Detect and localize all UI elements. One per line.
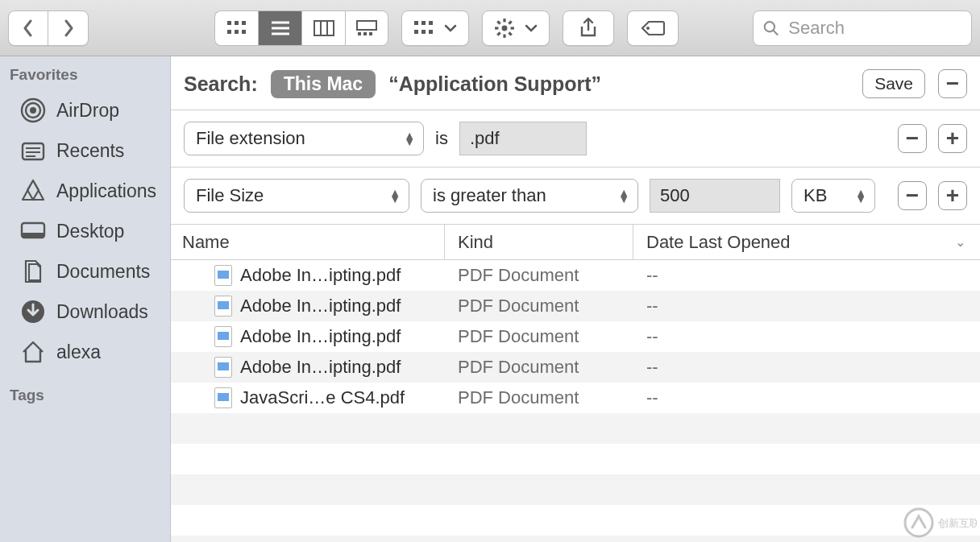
main-content: Search: This Mac “Application Support” S… (171, 56, 980, 542)
svg-rect-42 (22, 233, 44, 238)
view-columns[interactable] (301, 10, 345, 46)
view-gallery[interactable] (345, 10, 388, 46)
sidebar-item-label: Recents (56, 140, 124, 162)
empty-row (171, 413, 980, 444)
chevron-down-icon (525, 24, 538, 32)
svg-point-34 (30, 107, 36, 114)
back-button[interactable] (9, 11, 48, 45)
svg-rect-9 (314, 21, 334, 35)
column-header-name[interactable]: Name (171, 225, 445, 259)
file-date: -- (633, 326, 980, 347)
action-dropdown[interactable] (482, 10, 550, 46)
criteria-attribute-select[interactable]: File extension ▲▼ (184, 122, 424, 155)
table-row[interactable]: Adobe In…ipting.pdfPDF Document-- (171, 352, 980, 383)
criteria-row-2: File Size ▲▼ is greater than ▲▼ 500 KB ▲… (171, 168, 980, 225)
list-view-icon (270, 20, 291, 36)
search-label: Search: (184, 72, 258, 96)
criteria-operator-text: is (435, 128, 448, 149)
remove-criteria-button[interactable]: − (898, 181, 927, 210)
combo-value: File Size (196, 185, 264, 206)
svg-rect-20 (421, 30, 426, 34)
file-date: -- (633, 296, 980, 317)
search-input[interactable] (787, 17, 961, 39)
sidebar-item-downloads[interactable]: Downloads (0, 292, 170, 332)
svg-line-28 (509, 32, 511, 35)
documents-icon (19, 258, 47, 285)
column-header-date[interactable]: Date Last Opened ⌄ (633, 225, 980, 259)
sidebar-item-documents[interactable]: Documents (0, 251, 170, 292)
sidebar-item-home[interactable]: alexa (0, 332, 170, 372)
sidebar-item-applications[interactable]: Applications (0, 171, 170, 211)
share-button[interactable] (563, 10, 614, 46)
file-icon (214, 357, 232, 378)
stepper-icon: ▲▼ (855, 189, 866, 202)
empty-row (171, 474, 980, 505)
file-kind: PDF Document (445, 387, 633, 408)
file-icon (214, 265, 232, 286)
chevron-left-icon (22, 19, 35, 38)
svg-rect-16 (414, 21, 418, 25)
stepper-icon: ▲▼ (404, 132, 415, 145)
column-header-kind[interactable]: Kind (445, 225, 633, 259)
criteria-value-field[interactable]: .pdf (459, 122, 587, 155)
save-search-button[interactable]: Save (862, 69, 925, 98)
file-name: Adobe In…ipting.pdf (240, 357, 401, 378)
scope-this-mac[interactable]: This Mac (271, 70, 376, 98)
sidebar-item-airdrop[interactable]: AirDrop (0, 90, 170, 130)
svg-point-44 (905, 509, 932, 536)
empty-row (171, 536, 980, 542)
sidebar-tags-header: Tags (10, 387, 170, 404)
criteria-value-field[interactable]: 500 (650, 179, 780, 213)
empty-row (171, 505, 980, 536)
svg-point-31 (646, 27, 650, 30)
criteria-attribute-select[interactable]: File Size ▲▼ (184, 179, 409, 213)
sidebar-item-label: Applications (56, 180, 156, 202)
sidebar-item-label: Downloads (56, 301, 148, 323)
sidebar-item-desktop[interactable]: Desktop (0, 211, 170, 251)
empty-row (171, 444, 980, 474)
svg-rect-21 (429, 30, 433, 34)
add-criteria-button[interactable]: + (938, 124, 967, 153)
svg-rect-13 (358, 32, 361, 35)
svg-rect-0 (227, 21, 231, 25)
svg-rect-4 (235, 30, 239, 34)
table-row[interactable]: Adobe In…ipting.pdfPDF Document-- (171, 321, 980, 352)
forward-button[interactable] (48, 11, 88, 45)
file-icon (214, 387, 232, 408)
criteria-operator-select[interactable]: is greater than ▲▼ (421, 179, 638, 213)
scope-folder[interactable]: “Application Support” (388, 72, 601, 96)
desktop-icon (19, 217, 47, 245)
search-box[interactable] (753, 10, 972, 46)
file-date: -- (633, 357, 980, 378)
sidebar-item-label: AirDrop (56, 100, 119, 122)
toolbar-center (214, 10, 679, 46)
svg-rect-1 (235, 21, 239, 25)
gear-icon (494, 18, 515, 39)
file-date: -- (633, 265, 980, 286)
file-name: Adobe In…ipting.pdf (240, 326, 401, 347)
table-row[interactable]: Adobe In…ipting.pdfPDF Document-- (171, 260, 980, 291)
view-list[interactable] (258, 10, 301, 46)
sidebar-item-label: Documents (56, 261, 150, 283)
sidebar-item-label: Desktop (56, 221, 124, 242)
table-row[interactable]: JavaScri…e CS4.pdfPDF Document-- (171, 383, 980, 413)
criteria-row-1: File extension ▲▼ is .pdf − + (171, 110, 980, 168)
table-row[interactable]: Adobe In…ipting.pdfPDF Document-- (171, 291, 980, 321)
file-date: -- (633, 387, 980, 408)
search-scope-bar: Search: This Mac “Application Support” S… (171, 56, 980, 110)
toolbar (0, 0, 980, 56)
recents-icon (19, 137, 47, 164)
arrange-dropdown[interactable] (401, 10, 469, 46)
sidebar-item-recents[interactable]: Recents (0, 130, 170, 171)
remove-scope-button[interactable]: − (938, 69, 967, 98)
view-icon-grid[interactable] (214, 10, 258, 46)
svg-rect-14 (363, 32, 367, 35)
remove-criteria-button[interactable]: − (898, 124, 927, 153)
criteria-unit-select[interactable]: KB ▲▼ (791, 179, 875, 213)
svg-rect-5 (242, 30, 246, 34)
tag-button[interactable] (627, 10, 679, 46)
grid-arrange-icon (413, 20, 434, 36)
column-view-icon (314, 20, 334, 36)
sidebar-favorites-header: Favorites (10, 66, 170, 84)
add-criteria-button[interactable]: + (938, 181, 967, 210)
